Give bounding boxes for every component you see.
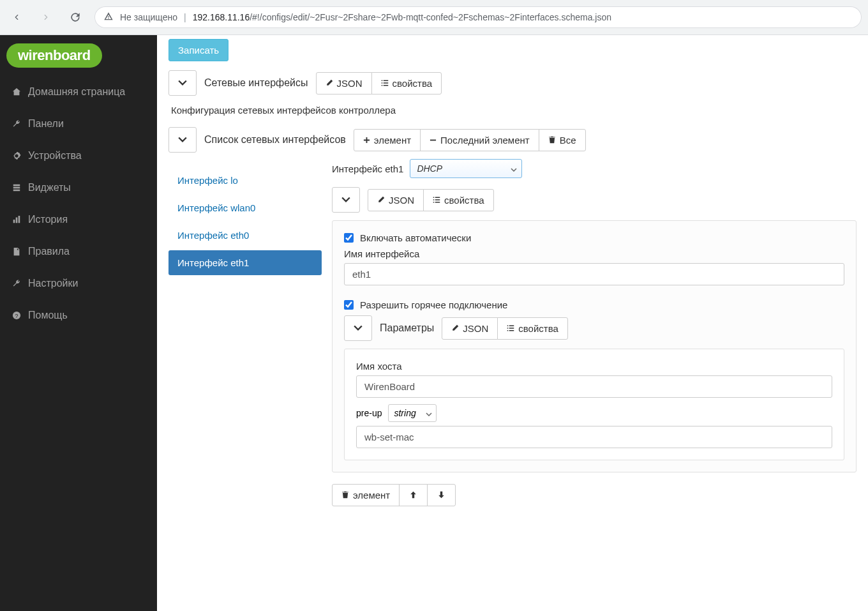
svg-rect-7 bbox=[383, 85, 388, 86]
add-element-button[interactable]: элемент bbox=[354, 129, 421, 151]
params-title: Параметры bbox=[380, 322, 434, 334]
collapse-toggle-detail[interactable] bbox=[332, 187, 360, 213]
sidebar-item-label: История bbox=[28, 214, 68, 225]
iface-name-input[interactable] bbox=[344, 263, 844, 285]
svg-text:?: ? bbox=[15, 313, 19, 319]
json-button[interactable]: JSON bbox=[316, 72, 372, 94]
auto-checkbox[interactable] bbox=[344, 233, 354, 243]
arrow-down-icon bbox=[438, 490, 445, 501]
svg-rect-18 bbox=[507, 330, 509, 331]
sidebar-item-rules[interactable]: Правила bbox=[0, 236, 157, 268]
wrench-icon bbox=[11, 119, 22, 128]
interface-list: Интерфейс lo Интерфейс wlan0 Интерфейс e… bbox=[168, 159, 322, 278]
reload-button[interactable] bbox=[65, 7, 86, 27]
svg-rect-8 bbox=[433, 197, 435, 198]
hotplug-checkbox[interactable] bbox=[344, 300, 354, 310]
list-section-title: Список сетевых интерфейсов bbox=[204, 134, 346, 146]
pencil-icon bbox=[326, 78, 333, 89]
sidebar-item-history[interactable]: История bbox=[0, 204, 157, 236]
mode-select[interactable]: DHCP bbox=[410, 159, 522, 178]
url-text: 192.168.11.16/#!/configs/edit/~2Fusr~2Fs… bbox=[193, 12, 611, 22]
svg-rect-2 bbox=[381, 80, 382, 81]
insecure-icon bbox=[103, 11, 114, 24]
question-icon: ? bbox=[11, 311, 22, 320]
json-button-params[interactable]: JSON bbox=[442, 317, 498, 340]
section-title: Сетевые интерфейсы bbox=[204, 77, 308, 89]
svg-rect-9 bbox=[435, 197, 440, 198]
file-icon bbox=[11, 247, 22, 256]
list-icon bbox=[11, 183, 22, 192]
sidebar-item-label: Устройства bbox=[28, 150, 82, 162]
svg-rect-3 bbox=[383, 80, 388, 81]
hostname-input[interactable] bbox=[356, 375, 832, 398]
logo: wirenboard bbox=[6, 43, 102, 68]
save-button[interactable]: Записать bbox=[168, 39, 228, 61]
separator: | bbox=[184, 12, 186, 22]
trash-icon bbox=[548, 135, 556, 146]
collapse-toggle[interactable] bbox=[168, 70, 197, 96]
svg-rect-13 bbox=[435, 202, 440, 203]
svg-rect-11 bbox=[435, 199, 440, 200]
view-mode-group: JSON свойства bbox=[316, 72, 442, 94]
sidebar-item-label: Домашняя страница bbox=[28, 86, 125, 98]
sidebar-item-label: Панели bbox=[28, 118, 64, 130]
trash-icon bbox=[341, 490, 349, 501]
main-content: Записать Сетевые интерфейсы JSON свойств… bbox=[157, 35, 868, 611]
svg-rect-4 bbox=[381, 82, 382, 84]
interface-tab-lo[interactable]: Интерфейс lo bbox=[168, 168, 322, 193]
preup-label: pre-up bbox=[356, 408, 382, 418]
move-up-button[interactable] bbox=[399, 484, 428, 506]
svg-rect-10 bbox=[433, 199, 435, 200]
move-down-button[interactable] bbox=[427, 484, 456, 506]
interface-detail: Интерфейс eth1 DHCP bbox=[332, 159, 857, 506]
properties-button-params[interactable]: свойства bbox=[497, 317, 568, 340]
properties-button[interactable]: свойства bbox=[371, 72, 442, 94]
browser-toolbar: Не защищено | 192.168.11.16/#!/configs/e… bbox=[0, 0, 868, 35]
sidebar-item-label: Настройки bbox=[28, 278, 78, 289]
sidebar-item-help[interactable]: ? Помощь bbox=[0, 299, 157, 331]
sidebar-item-label: Правила bbox=[28, 246, 70, 257]
interface-tab-wlan0[interactable]: Интерфейс wlan0 bbox=[168, 195, 322, 220]
collapse-toggle-params[interactable] bbox=[344, 315, 372, 341]
address-bar[interactable]: Не защищено | 192.168.11.16/#!/configs/e… bbox=[94, 6, 862, 28]
element-actions-group: элемент bbox=[332, 484, 456, 506]
gear-icon bbox=[11, 151, 22, 160]
collapse-toggle-list[interactable] bbox=[168, 127, 197, 153]
sidebar-item-settings[interactable]: Настройки bbox=[0, 268, 157, 299]
detail-panel: Включать автоматически Имя интерфейса Ра… bbox=[332, 220, 857, 472]
wrench-icon bbox=[11, 279, 22, 288]
sidebar-item-home[interactable]: Домашняя страница bbox=[0, 76, 157, 108]
detail-view-group: JSON свойства bbox=[368, 189, 494, 211]
back-button[interactable] bbox=[6, 7, 27, 27]
chart-icon bbox=[11, 215, 22, 224]
svg-rect-6 bbox=[381, 85, 382, 86]
sidebar-item-label: Помощь bbox=[28, 310, 68, 321]
json-button-detail[interactable]: JSON bbox=[368, 189, 424, 211]
pencil-icon bbox=[377, 195, 385, 206]
delete-element-button[interactable]: элемент bbox=[332, 484, 400, 506]
sidebar-item-widgets[interactable]: Виджеты bbox=[0, 172, 157, 204]
detail-title: Интерфейс eth1 bbox=[332, 163, 403, 174]
sidebar-item-label: Виджеты bbox=[28, 182, 71, 193]
hostname-label: Имя хоста bbox=[356, 361, 832, 372]
minus-icon bbox=[430, 135, 437, 146]
forward-button[interactable] bbox=[36, 7, 56, 27]
svg-rect-14 bbox=[507, 325, 509, 326]
preup-value-input[interactable] bbox=[356, 426, 832, 448]
hotplug-label: Разрешить горячее подключение bbox=[360, 299, 507, 310]
sidebar-item-panels[interactable]: Панели bbox=[0, 108, 157, 140]
preup-type-select[interactable]: string bbox=[388, 404, 437, 422]
list-actions-group: элемент Последний элемент Все bbox=[354, 129, 586, 151]
interface-tab-eth1[interactable]: Интерфейс eth1 bbox=[168, 250, 322, 275]
delete-all-button[interactable]: Все bbox=[539, 129, 586, 151]
params-view-group: JSON свойства bbox=[442, 317, 568, 340]
logo-wrap: wirenboard bbox=[0, 35, 157, 76]
params-panel: Имя хоста pre-up string bbox=[344, 349, 844, 460]
pencil-icon bbox=[451, 323, 459, 334]
remove-last-button[interactable]: Последний элемент bbox=[420, 129, 539, 151]
sidebar-item-devices[interactable]: Устройства bbox=[0, 140, 157, 172]
properties-button-detail[interactable]: свойства bbox=[423, 189, 494, 211]
interface-tab-eth0[interactable]: Интерфейс eth0 bbox=[168, 223, 322, 248]
svg-rect-5 bbox=[383, 82, 388, 84]
list-icon bbox=[507, 323, 514, 334]
